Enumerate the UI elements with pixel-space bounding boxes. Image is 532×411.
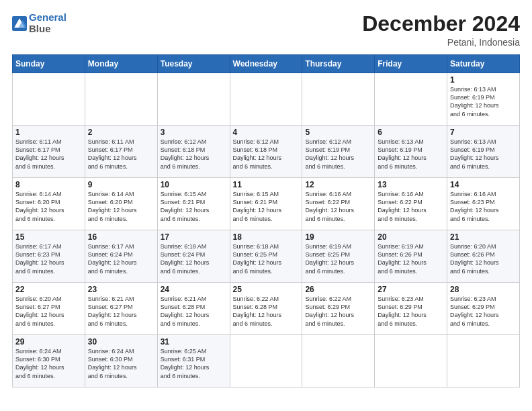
- day-info: Sunrise: 6:16 AMSunset: 6:22 PMDaylight:…: [305, 190, 371, 223]
- day-number: 17: [161, 232, 227, 242]
- calendar-cell: [13, 73, 85, 126]
- day-info: Sunrise: 6:20 AMSunset: 6:27 PMDaylight:…: [15, 295, 82, 328]
- day-number: 16: [88, 232, 154, 242]
- day-info: Sunrise: 6:11 AMSunset: 6:17 PMDaylight:…: [15, 138, 82, 171]
- calendar-cell: 5Sunrise: 6:12 AMSunset: 6:19 PMDaylight…: [302, 126, 375, 178]
- day-info: Sunrise: 6:14 AMSunset: 6:20 PMDaylight:…: [88, 190, 154, 223]
- calendar-cell: [157, 73, 230, 126]
- day-info: Sunrise: 6:13 AMSunset: 6:19 PMDaylight:…: [378, 138, 444, 171]
- day-number: 27: [378, 285, 444, 294]
- calendar-cell: 19Sunrise: 6:19 AMSunset: 6:25 PMDayligh…: [302, 230, 375, 283]
- day-info: Sunrise: 6:22 AMSunset: 6:28 PMDaylight:…: [233, 295, 300, 328]
- day-info: Sunrise: 6:12 AMSunset: 6:18 PMDaylight:…: [233, 138, 300, 171]
- calendar-cell: 10Sunrise: 6:15 AMSunset: 6:21 PMDayligh…: [157, 178, 230, 230]
- day-info: Sunrise: 6:24 AMSunset: 6:30 PMDaylight:…: [88, 347, 154, 380]
- calendar-cell: 22Sunrise: 6:20 AMSunset: 6:27 PMDayligh…: [13, 283, 85, 335]
- day-info: Sunrise: 6:11 AMSunset: 6:17 PMDaylight:…: [88, 138, 154, 171]
- calendar-cell: 17Sunrise: 6:18 AMSunset: 6:24 PMDayligh…: [157, 230, 230, 283]
- day-info: Sunrise: 6:18 AMSunset: 6:24 PMDaylight:…: [161, 242, 227, 275]
- day-info: Sunrise: 6:14 AMSunset: 6:20 PMDaylight:…: [15, 190, 82, 223]
- calendar-cell: 1Sunrise: 6:13 AMSunset: 6:19 PMDaylight…: [447, 73, 520, 126]
- day-number: 28: [450, 285, 517, 294]
- calendar-cell: [230, 73, 302, 126]
- calendar-cell: 9Sunrise: 6:14 AMSunset: 6:20 PMDaylight…: [85, 178, 157, 230]
- calendar-cell: [447, 335, 520, 387]
- day-info: Sunrise: 6:15 AMSunset: 6:21 PMDaylight:…: [233, 190, 300, 223]
- day-info: Sunrise: 6:12 AMSunset: 6:19 PMDaylight:…: [305, 138, 371, 171]
- day-number: 26: [305, 285, 371, 294]
- calendar-cell: 2Sunrise: 6:11 AMSunset: 6:17 PMDaylight…: [85, 126, 157, 178]
- logo-icon: [12, 16, 27, 31]
- calendar-cell: 27Sunrise: 6:23 AMSunset: 6:29 PMDayligh…: [375, 283, 447, 335]
- day-number: 5: [305, 128, 371, 137]
- calendar-cell: 7Sunrise: 6:13 AMSunset: 6:19 PMDaylight…: [447, 126, 520, 178]
- day-info: Sunrise: 6:16 AMSunset: 6:23 PMDaylight:…: [450, 190, 517, 223]
- calendar-cell: 23Sunrise: 6:21 AMSunset: 6:27 PMDayligh…: [85, 283, 157, 335]
- day-info: Sunrise: 6:17 AMSunset: 6:24 PMDaylight:…: [88, 242, 154, 275]
- logo-line1: General: [29, 11, 66, 23]
- calendar-cell: 28Sunrise: 6:23 AMSunset: 6:29 PMDayligh…: [447, 283, 520, 335]
- day-number: 3: [161, 128, 227, 137]
- day-info: Sunrise: 6:17 AMSunset: 6:23 PMDaylight:…: [15, 242, 82, 275]
- calendar-cell: 20Sunrise: 6:19 AMSunset: 6:26 PMDayligh…: [375, 230, 447, 283]
- day-info: Sunrise: 6:25 AMSunset: 6:31 PMDaylight:…: [161, 347, 227, 380]
- day-number: 12: [305, 180, 371, 189]
- day-number: 30: [88, 337, 154, 347]
- day-info: Sunrise: 6:20 AMSunset: 6:26 PMDaylight:…: [450, 242, 517, 275]
- calendar-day-header: Saturday: [447, 55, 520, 73]
- day-info: Sunrise: 6:21 AMSunset: 6:27 PMDaylight:…: [88, 295, 154, 328]
- day-info: Sunrise: 6:18 AMSunset: 6:25 PMDaylight:…: [233, 242, 300, 275]
- calendar-cell: 26Sunrise: 6:22 AMSunset: 6:29 PMDayligh…: [302, 283, 375, 335]
- day-number: 1: [15, 128, 82, 137]
- day-number: 19: [305, 232, 371, 242]
- calendar-cell: 21Sunrise: 6:20 AMSunset: 6:26 PMDayligh…: [447, 230, 520, 283]
- day-number: 11: [233, 180, 300, 189]
- day-number: 8: [15, 180, 82, 189]
- calendar-cell: [302, 335, 375, 387]
- calendar-cell: 8Sunrise: 6:14 AMSunset: 6:20 PMDaylight…: [13, 178, 85, 230]
- subtitle: Petani, Indonesia: [362, 37, 520, 48]
- day-info: Sunrise: 6:19 AMSunset: 6:25 PMDaylight:…: [305, 242, 371, 275]
- calendar-cell: 1Sunrise: 6:11 AMSunset: 6:17 PMDaylight…: [13, 126, 85, 178]
- calendar-cell: 13Sunrise: 6:16 AMSunset: 6:22 PMDayligh…: [375, 178, 447, 230]
- calendar-day-header: Sunday: [13, 55, 85, 73]
- page: General Blue December 2024 Petani, Indon…: [0, 0, 532, 411]
- day-number: 1: [450, 75, 517, 85]
- calendar-cell: 30Sunrise: 6:24 AMSunset: 6:30 PMDayligh…: [85, 335, 157, 387]
- calendar-cell: 12Sunrise: 6:16 AMSunset: 6:22 PMDayligh…: [302, 178, 375, 230]
- day-number: 31: [161, 337, 227, 347]
- day-number: 18: [233, 232, 300, 242]
- calendar-table: SundayMondayTuesdayWednesdayThursdayFrid…: [12, 54, 520, 387]
- day-number: 29: [15, 337, 82, 347]
- calendar-cell: [302, 73, 375, 126]
- calendar-cell: [375, 73, 447, 126]
- day-number: 22: [15, 285, 82, 294]
- calendar-cell: [230, 335, 302, 387]
- calendar-cell: [375, 335, 447, 387]
- day-info: Sunrise: 6:12 AMSunset: 6:18 PMDaylight:…: [161, 138, 227, 171]
- header: General Blue December 2024 Petani, Indon…: [12, 12, 520, 48]
- day-number: 21: [450, 232, 517, 242]
- calendar-body: 1Sunrise: 6:13 AMSunset: 6:19 PMDaylight…: [13, 73, 520, 387]
- day-number: 23: [88, 285, 154, 294]
- calendar-cell: 31Sunrise: 6:25 AMSunset: 6:31 PMDayligh…: [157, 335, 230, 387]
- logo-line2: Blue: [29, 23, 51, 34]
- calendar-cell: 11Sunrise: 6:15 AMSunset: 6:21 PMDayligh…: [230, 178, 302, 230]
- calendar-cell: 18Sunrise: 6:18 AMSunset: 6:25 PMDayligh…: [230, 230, 302, 283]
- logo-text: General Blue: [29, 12, 66, 34]
- title-block: December 2024 Petani, Indonesia: [362, 12, 520, 48]
- logo: General Blue: [12, 12, 66, 34]
- calendar-cell: 6Sunrise: 6:13 AMSunset: 6:19 PMDaylight…: [375, 126, 447, 178]
- day-info: Sunrise: 6:24 AMSunset: 6:30 PMDaylight:…: [15, 347, 82, 380]
- calendar-cell: 24Sunrise: 6:21 AMSunset: 6:28 PMDayligh…: [157, 283, 230, 335]
- main-title: December 2024: [362, 12, 520, 36]
- day-info: Sunrise: 6:21 AMSunset: 6:28 PMDaylight:…: [161, 295, 227, 328]
- day-info: Sunrise: 6:16 AMSunset: 6:22 PMDaylight:…: [378, 190, 444, 223]
- day-number: 24: [161, 285, 227, 294]
- calendar-cell: 3Sunrise: 6:12 AMSunset: 6:18 PMDaylight…: [157, 126, 230, 178]
- day-number: 6: [378, 128, 444, 137]
- calendar-day-header: Wednesday: [230, 55, 302, 73]
- day-number: 2: [88, 128, 154, 137]
- day-number: 15: [15, 232, 82, 242]
- day-number: 13: [378, 180, 444, 189]
